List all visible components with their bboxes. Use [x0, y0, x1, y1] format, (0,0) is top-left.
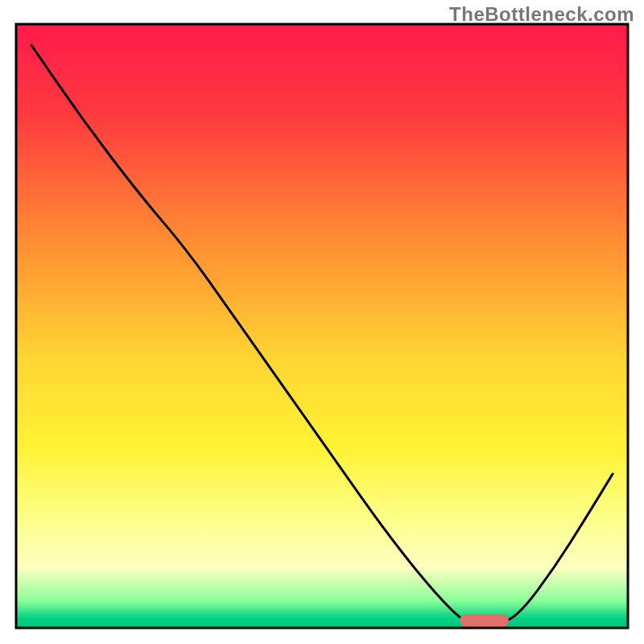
svg-rect-0: [16, 24, 628, 628]
svg-rect-1: [460, 614, 509, 628]
chart-canvas: TheBottleneck.com: [0, 0, 644, 644]
bottleneck-chart: [0, 0, 644, 644]
